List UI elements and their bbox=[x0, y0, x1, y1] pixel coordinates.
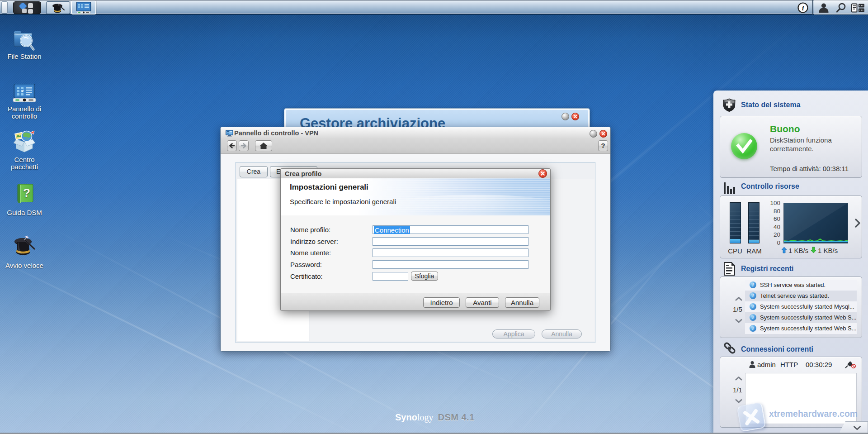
svg-text:?: ? bbox=[23, 186, 30, 200]
